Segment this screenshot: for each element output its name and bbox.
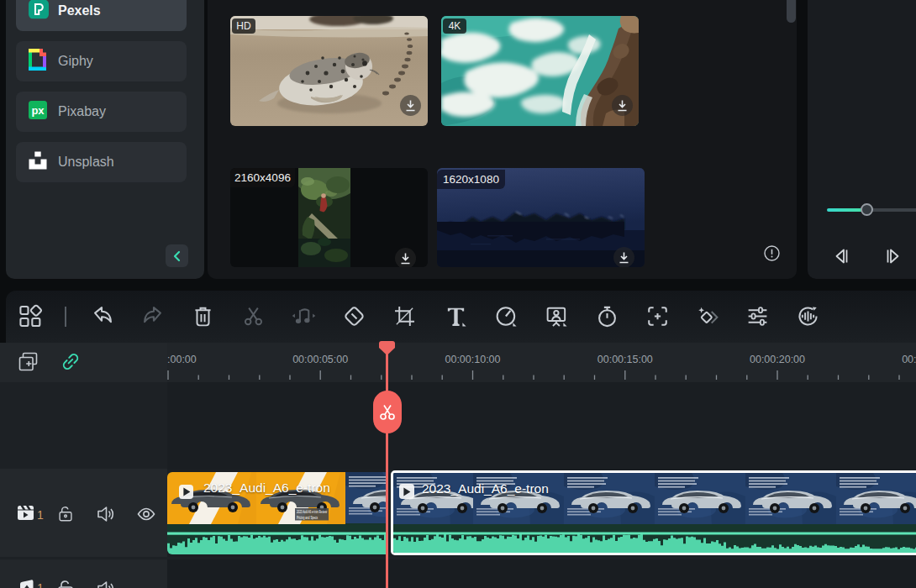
svg-text:px: px <box>31 104 45 117</box>
svg-text:2023 Audi A6 e-tron Review: 2023 Audi A6 e-tron Review <box>297 510 327 514</box>
svg-text:Pricing and Specs: Pricing and Specs <box>297 516 318 520</box>
